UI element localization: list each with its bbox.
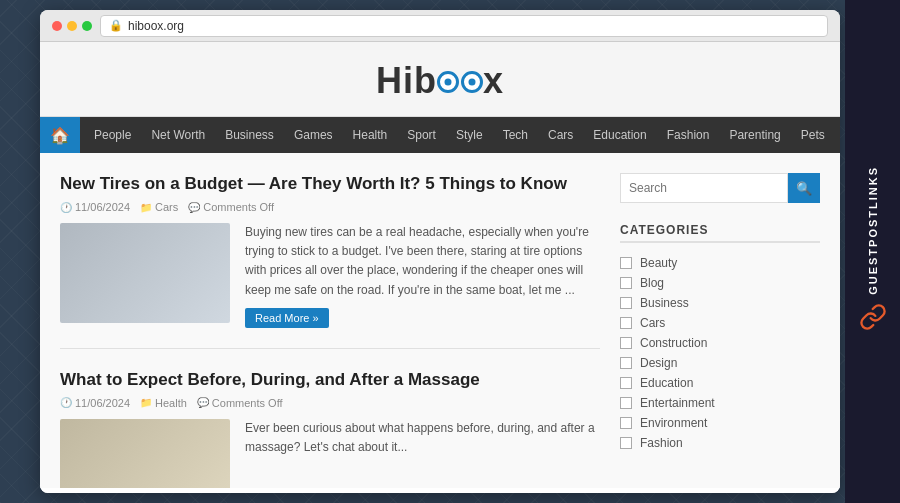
- nav-item-pets[interactable]: Pets: [791, 117, 835, 153]
- article-1-category: 📁 Cars: [140, 201, 178, 213]
- home-icon: 🏠: [50, 126, 70, 145]
- main-content: New Tires on a Budget — Are They Worth I…: [40, 153, 840, 488]
- nav-home-button[interactable]: 🏠: [40, 117, 80, 153]
- category-blog-checkbox[interactable]: [620, 277, 632, 289]
- site-logo: Hibx: [40, 60, 840, 102]
- category-blog-label: Blog: [640, 276, 664, 290]
- nav-item-education[interactable]: Education: [583, 117, 656, 153]
- category-education-label: Education: [640, 376, 693, 390]
- category-environment-label: Environment: [640, 416, 707, 430]
- nav-item-sport[interactable]: Sport: [397, 117, 446, 153]
- nav-item-networth[interactable]: Net Worth: [141, 117, 215, 153]
- category-environment[interactable]: Environment: [620, 413, 820, 433]
- article-1-comments: 💬 Comments Off: [188, 201, 274, 213]
- article-2-excerpt: Ever been curious about what happens bef…: [245, 419, 600, 457]
- guestpostlinks-text: GUESTPOSTLINKS: [867, 166, 879, 295]
- nav-item-people[interactable]: People: [84, 117, 141, 153]
- search-icon: 🔍: [796, 181, 812, 196]
- category-business[interactable]: Business: [620, 293, 820, 313]
- nav-item-tech[interactable]: Tech: [493, 117, 538, 153]
- sidebar: 🔍 CATEGORIES Beauty Blog: [620, 173, 820, 468]
- article-1-meta: 🕐 11/06/2024 📁 Cars 💬 Comments Off: [60, 201, 600, 213]
- category-entertainment-checkbox[interactable]: [620, 397, 632, 409]
- nav-item-health[interactable]: Health: [343, 117, 398, 153]
- article-1-body: Buying new tires can be a real headache,…: [60, 223, 600, 328]
- category-fashion-label: Fashion: [640, 436, 683, 450]
- clock-icon-2: 🕐: [60, 397, 72, 408]
- article-1-read-more[interactable]: Read More »: [245, 308, 329, 328]
- category-business-label: Business: [640, 296, 689, 310]
- category-beauty-label: Beauty: [640, 256, 677, 270]
- article-1-excerpt: Buying new tires can be a real headache,…: [245, 223, 600, 300]
- search-input[interactable]: [620, 173, 788, 203]
- nav-item-business[interactable]: Business: [215, 117, 284, 153]
- category-cars[interactable]: Cars: [620, 313, 820, 333]
- website-content: Hibx 🏠 People Net Worth Business Games: [40, 42, 840, 493]
- category-design-label: Design: [640, 356, 677, 370]
- nav-bar: 🏠 People Net Worth Business Games Health: [40, 117, 840, 153]
- nav-item-tips[interactable]: Tips: [835, 117, 840, 153]
- browser-window: 🔒 hiboox.org Hibx 🏠 People Net Worth: [40, 10, 840, 493]
- category-cars-checkbox[interactable]: [620, 317, 632, 329]
- article-2-meta: 🕐 11/06/2024 📁 Health 💬 Comments Off: [60, 397, 600, 409]
- comment-icon-2: 💬: [197, 397, 209, 408]
- article-2-body: Ever been curious about what happens bef…: [60, 419, 600, 488]
- article-1-text-block: Buying new tires can be a real headache,…: [245, 223, 600, 328]
- nav-item-fashion[interactable]: Fashion: [657, 117, 720, 153]
- article-1: New Tires on a Budget — Are They Worth I…: [60, 173, 600, 349]
- right-sidebar-guestpostlinks[interactable]: GUESTPOSTLINKS: [845, 0, 900, 503]
- category-design-checkbox[interactable]: [620, 357, 632, 369]
- categories-section: CATEGORIES Beauty Blog Business: [620, 223, 820, 453]
- site-header: Hibx: [40, 42, 840, 117]
- nav-item-cars[interactable]: Cars: [538, 117, 583, 153]
- logo-eyes: [437, 71, 483, 93]
- close-button[interactable]: [52, 21, 62, 31]
- category-fashion-checkbox[interactable]: [620, 437, 632, 449]
- article-2-comments: 💬 Comments Off: [197, 397, 283, 409]
- category-education-checkbox[interactable]: [620, 377, 632, 389]
- guestpostlinks-icon: [859, 303, 887, 337]
- articles-list: New Tires on a Budget — Are They Worth I…: [60, 173, 620, 468]
- maximize-button[interactable]: [82, 21, 92, 31]
- tag-icon: 📁: [140, 202, 152, 213]
- article-2-title: What to Expect Before, During, and After…: [60, 369, 600, 391]
- category-beauty[interactable]: Beauty: [620, 253, 820, 273]
- category-design[interactable]: Design: [620, 353, 820, 373]
- article-1-title: New Tires on a Budget — Are They Worth I…: [60, 173, 600, 195]
- category-environment-checkbox[interactable]: [620, 417, 632, 429]
- nav-item-parenting[interactable]: Parenting: [719, 117, 790, 153]
- address-bar[interactable]: 🔒 hiboox.org: [100, 15, 828, 37]
- browser-titlebar: 🔒 hiboox.org: [40, 10, 840, 42]
- category-cars-label: Cars: [640, 316, 665, 330]
- article-2-category: 📁 Health: [140, 397, 187, 409]
- article-2-date: 🕐 11/06/2024: [60, 397, 130, 409]
- logo-text-pre: Hib: [376, 60, 437, 101]
- comment-icon: 💬: [188, 202, 200, 213]
- article-2: What to Expect Before, During, and After…: [60, 369, 600, 488]
- article-1-date: 🕐 11/06/2024: [60, 201, 130, 213]
- search-button[interactable]: 🔍: [788, 173, 820, 203]
- url-text: hiboox.org: [128, 19, 184, 33]
- article-2-text-block: Ever been curious about what happens bef…: [245, 419, 600, 488]
- logo-text-post: x: [483, 60, 504, 101]
- category-beauty-checkbox[interactable]: [620, 257, 632, 269]
- nav-item-style[interactable]: Style: [446, 117, 493, 153]
- category-blog[interactable]: Blog: [620, 273, 820, 293]
- category-fashion[interactable]: Fashion: [620, 433, 820, 453]
- lock-icon: 🔒: [109, 19, 123, 32]
- browser-window-controls: [52, 21, 92, 31]
- tag-icon-2: 📁: [140, 397, 152, 408]
- minimize-button[interactable]: [67, 21, 77, 31]
- article-1-image: [60, 223, 230, 323]
- article-2-image: [60, 419, 230, 488]
- nav-items: People Net Worth Business Games Health S…: [80, 117, 840, 153]
- categories-list: Beauty Blog Business Cars: [620, 253, 820, 453]
- category-construction-checkbox[interactable]: [620, 337, 632, 349]
- search-box: 🔍: [620, 173, 820, 203]
- category-entertainment[interactable]: Entertainment: [620, 393, 820, 413]
- nav-item-games[interactable]: Games: [284, 117, 343, 153]
- category-entertainment-label: Entertainment: [640, 396, 715, 410]
- category-education[interactable]: Education: [620, 373, 820, 393]
- category-construction[interactable]: Construction: [620, 333, 820, 353]
- category-business-checkbox[interactable]: [620, 297, 632, 309]
